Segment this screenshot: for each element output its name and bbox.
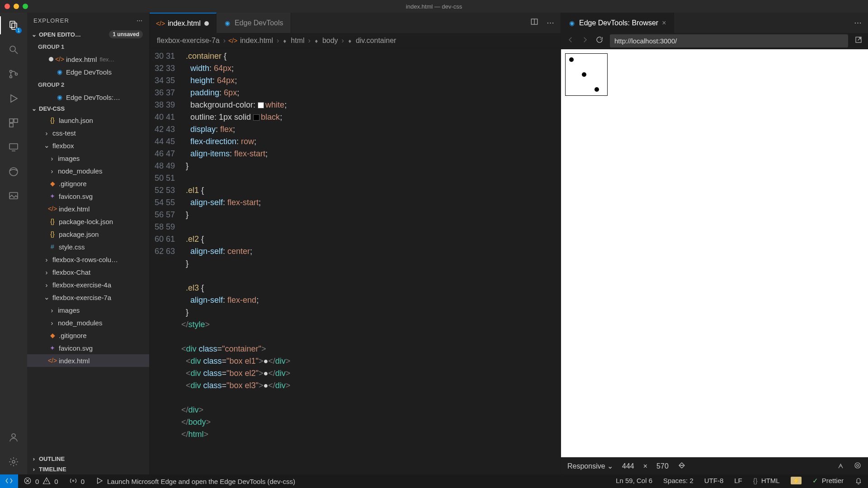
folder-flexbox[interactable]: ⌄flexbox xyxy=(27,139,149,152)
url-input[interactable] xyxy=(610,34,848,47)
svg-point-24 xyxy=(72,480,74,481)
preview-more-icon[interactable]: ⋯ xyxy=(854,18,862,28)
title-bar: index.html — dev-css xyxy=(0,0,868,13)
dirty-indicator-icon xyxy=(49,57,53,61)
file-pkg-lock[interactable]: {}package-lock.json xyxy=(27,215,149,228)
file-style[interactable]: #style.css xyxy=(27,240,149,253)
editor-more-icon[interactable]: ⋯ xyxy=(547,18,554,28)
remote-indicator[interactable] xyxy=(0,474,18,488)
file-gitignore-7a[interactable]: ◆.gitignore xyxy=(27,329,149,342)
close-tab-icon[interactable]: × xyxy=(662,19,666,27)
svg-point-2 xyxy=(10,46,15,52)
svg-rect-9 xyxy=(14,119,18,122)
svg-point-20 xyxy=(855,463,860,468)
viewport-height[interactable]: 570 xyxy=(656,462,669,470)
svg-point-21 xyxy=(857,464,859,466)
folder-fb3[interactable]: ›flexbox-3-rows-colu… xyxy=(27,253,149,266)
close-dim-icon[interactable]: × xyxy=(643,462,647,470)
file-index-root[interactable]: </>index.html xyxy=(27,202,149,215)
settings-icon[interactable] xyxy=(854,461,862,471)
svg-point-5 xyxy=(10,76,12,78)
responsive-dropdown[interactable]: Responsive ⌄ xyxy=(567,462,613,470)
split-editor-icon[interactable] xyxy=(530,18,538,28)
search-icon[interactable] xyxy=(7,43,20,56)
folder-fb7a[interactable]: ⌄flexbox-exercise-7a xyxy=(27,291,149,304)
explorer-badge: 1 xyxy=(15,28,22,33)
forward-icon[interactable] xyxy=(581,36,589,46)
project-section[interactable]: ⌄DEV-CSS xyxy=(27,103,149,114)
open-editors-section[interactable]: ⌄ OPEN EDITO… 1 unsaved xyxy=(27,28,149,40)
svg-point-13 xyxy=(9,168,18,176)
explorer-more-icon[interactable]: ⋯ xyxy=(137,17,143,24)
folder-node-modules[interactable]: ›node_modules xyxy=(27,164,149,177)
open-editors-group-2: GROUP 2 xyxy=(27,78,149,91)
line-gutter: 30 31 32 33 34 35 36 37 38 39 40 41 42 4… xyxy=(150,48,181,474)
account-icon[interactable] xyxy=(7,431,20,444)
edge-tools-icon[interactable] xyxy=(7,165,20,178)
cursor-position[interactable]: Ln 59, Col 6 xyxy=(610,477,658,484)
launch-task[interactable]: Launch Microsoft Edge and open the Edge … xyxy=(90,474,301,488)
explorer-icon[interactable]: 1 xyxy=(7,19,20,32)
open-editor-index[interactable]: </>index.htmlflex… xyxy=(27,53,149,66)
timeline-section[interactable]: ›TIMELINE xyxy=(27,464,149,474)
reload-icon[interactable] xyxy=(595,36,604,46)
tab-devtools-browser[interactable]: ◉Edge DevTools: Browser× xyxy=(561,13,674,33)
indent-status[interactable]: Spaces: 2 xyxy=(658,477,699,484)
file-favicon-7a[interactable]: ✦favicon.svg xyxy=(27,342,149,354)
prettier-status[interactable]: Prettier xyxy=(807,477,849,485)
folder-css-test[interactable]: ›css-test xyxy=(27,127,149,139)
encoding-status[interactable]: UTF-8 xyxy=(699,477,729,484)
open-external-icon[interactable] xyxy=(854,36,863,46)
extensions-icon[interactable] xyxy=(7,117,20,129)
open-editor-devtools-browser[interactable]: ◉Edge DevTools:… xyxy=(27,91,149,103)
minimize-window-button[interactable] xyxy=(14,4,19,9)
open-editor-devtools[interactable]: ◉Edge DevTools xyxy=(27,66,149,78)
rotate-icon[interactable] xyxy=(678,461,686,471)
outline-section[interactable]: ›OUTLINE xyxy=(27,454,149,464)
dot-2 xyxy=(582,72,586,77)
file-launch-json[interactable]: {}launch.json xyxy=(27,114,149,127)
folder-fb4a[interactable]: ›flexbox-exercise-4a xyxy=(27,278,149,291)
breadcrumbs[interactable]: flexbox-exercise-7a› </>index.html› ⬧htm… xyxy=(150,33,561,48)
tab-index-html[interactable]: </>index.html xyxy=(150,13,217,33)
svg-point-6 xyxy=(15,73,18,75)
settings-gear-icon[interactable] xyxy=(7,455,20,468)
file-tree: {}launch.json ›css-test ⌄flexbox ›images… xyxy=(27,114,149,454)
folder-fbchat[interactable]: ›flexbox-Chat xyxy=(27,266,149,278)
folder-node-7a[interactable]: ›node_modules xyxy=(27,316,149,329)
language-status[interactable]: {} HTML xyxy=(748,477,785,484)
file-index-7a[interactable]: </>index.html xyxy=(27,354,149,367)
notifications-icon[interactable] xyxy=(849,477,868,486)
run-debug-icon[interactable] xyxy=(7,92,20,105)
folder-images[interactable]: ›images xyxy=(27,152,149,164)
screenshot-icon[interactable] xyxy=(837,461,845,471)
file-pkg[interactable]: {}package.json xyxy=(27,228,149,240)
file-favicon[interactable]: ✦favicon.svg xyxy=(27,190,149,202)
svg-rect-8 xyxy=(9,119,13,122)
device-toolbar: Responsive ⌄ 444 × 570 xyxy=(561,457,868,474)
maximize-window-button[interactable] xyxy=(23,4,28,9)
problems-status[interactable]: 0 0 xyxy=(18,474,64,488)
source-control-icon[interactable] xyxy=(7,68,20,80)
svg-line-3 xyxy=(15,51,18,54)
debug-icon xyxy=(95,477,104,486)
image-preview-icon[interactable] xyxy=(7,190,20,202)
ports-status[interactable]: 0 xyxy=(64,474,90,488)
svg-point-15 xyxy=(12,434,15,437)
editor-group-1: </>index.html ◉Edge DevTools ⋯ flexbox-e… xyxy=(149,13,561,474)
live-preview-status[interactable]: ⚡ xyxy=(785,477,807,484)
svg-rect-10 xyxy=(9,123,13,127)
code-editor[interactable]: 30 31 32 33 34 35 36 37 38 39 40 41 42 4… xyxy=(150,48,561,474)
folder-images-7a[interactable]: ›images xyxy=(27,304,149,316)
viewport-width[interactable]: 444 xyxy=(622,462,634,470)
code-text[interactable]: .container { width: 64px; height: 64px; … xyxy=(181,48,290,474)
remote-explorer-icon[interactable] xyxy=(7,141,20,154)
browser-viewport[interactable] xyxy=(561,49,868,457)
file-gitignore[interactable]: ◆.gitignore xyxy=(27,177,149,190)
eol-status[interactable]: LF xyxy=(729,477,748,484)
editor-tabs: </>index.html ◉Edge DevTools ⋯ xyxy=(150,13,561,33)
close-window-button[interactable] xyxy=(5,4,10,9)
back-icon[interactable] xyxy=(566,36,575,46)
activity-bar: 1 xyxy=(0,13,27,474)
tab-edge-devtools[interactable]: ◉Edge DevTools xyxy=(217,13,291,33)
